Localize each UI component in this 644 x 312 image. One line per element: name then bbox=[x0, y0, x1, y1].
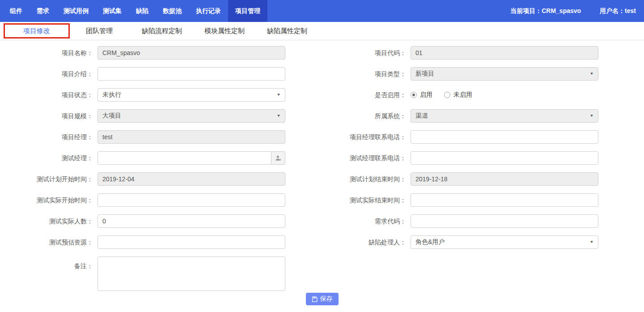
project-status-selected-value: 未执行 bbox=[102, 91, 121, 99]
estimated-resource-input[interactable] bbox=[97, 235, 285, 249]
navbar-right: 当前项目：CRM_spasvo 用户名：test bbox=[510, 0, 644, 22]
system-select: 渠道▼ bbox=[411, 109, 598, 123]
plan-start-date-input bbox=[97, 172, 285, 186]
project-edit-form: 项目名称：项目代码：项目介绍：项目类型：新项目▼项目状态：未执行▼是否启用：启用… bbox=[0, 46, 644, 291]
project-code-cell bbox=[411, 46, 598, 60]
test-manager-input[interactable] bbox=[97, 151, 271, 165]
tm-phone-cell bbox=[411, 151, 598, 165]
caret-down-icon: ▼ bbox=[589, 240, 594, 244]
enabled-cell: 启用未启用 bbox=[411, 88, 598, 102]
system-label: 所属系统： bbox=[285, 109, 411, 123]
project-code-label: 项目代码： bbox=[285, 46, 411, 60]
nav-item-execution-records[interactable]: 执行记录 bbox=[189, 0, 228, 22]
tab-project-edit[interactable]: 项目修改 bbox=[5, 22, 68, 40]
test-manager-select-user-button[interactable] bbox=[271, 151, 285, 165]
remark-label: 备注： bbox=[0, 256, 97, 273]
radio-icon[interactable] bbox=[411, 92, 417, 98]
project-scale-label: 项目规模： bbox=[0, 109, 97, 123]
pm-phone-cell bbox=[411, 130, 598, 144]
plan-end-date-cell bbox=[411, 172, 598, 186]
project-intro-cell bbox=[97, 67, 285, 81]
save-row: 保存 bbox=[0, 293, 644, 305]
test-manager-cell bbox=[97, 151, 285, 165]
username-label: 用户名：test bbox=[600, 7, 636, 15]
test-manager-label: 测试经理： bbox=[0, 151, 97, 165]
project-intro-input[interactable] bbox=[97, 67, 285, 81]
project-status-cell: 未执行▼ bbox=[97, 88, 285, 102]
project-type-label: 项目类型： bbox=[285, 67, 411, 81]
nav-item-components[interactable]: 组件 bbox=[3, 0, 30, 22]
system-selected-value: 渠道 bbox=[415, 112, 428, 120]
test-manager-input-group bbox=[97, 151, 285, 165]
actual-end-date-label: 测试实际结束时间： bbox=[285, 193, 411, 207]
caret-down-icon: ▼ bbox=[589, 114, 594, 118]
actual-headcount-input[interactable] bbox=[97, 214, 285, 228]
project-type-cell: 新项目▼ bbox=[411, 67, 598, 81]
navbar-menu: 组件需求测试用例测试集缺陷数据池执行记录项目管理 bbox=[3, 0, 267, 22]
nav-item-requirements[interactable]: 需求 bbox=[30, 0, 56, 22]
save-icon bbox=[312, 296, 318, 302]
estimated-resource-cell bbox=[97, 235, 285, 249]
project-status-label: 项目状态： bbox=[0, 88, 97, 102]
tab-bar: 项目修改团队管理缺陷流程定制模块属性定制缺陷属性定制 bbox=[0, 22, 644, 40]
project-name-label: 项目名称： bbox=[0, 46, 97, 60]
project-manager-label: 项目经理： bbox=[0, 130, 97, 144]
plan-end-date-label: 测试计划结束时间： bbox=[285, 172, 411, 186]
remark-textarea[interactable] bbox=[97, 256, 285, 291]
actual-end-date-cell bbox=[411, 193, 598, 207]
project-name-input bbox=[97, 46, 285, 60]
project-code-input bbox=[411, 46, 598, 60]
enabled-radio-option-1[interactable]: 未启用 bbox=[444, 91, 472, 99]
navbar-spacer bbox=[267, 0, 510, 22]
radio-icon[interactable] bbox=[444, 92, 450, 98]
project-name-cell bbox=[97, 46, 285, 60]
requirement-code-input[interactable] bbox=[411, 214, 598, 228]
project-type-selected-value: 新项目 bbox=[415, 70, 434, 78]
nav-item-data-pool[interactable]: 数据池 bbox=[156, 0, 189, 22]
defect-handler-selected-value: 角色&用户 bbox=[415, 238, 445, 246]
pm-phone-label: 项目经理联系电话： bbox=[285, 130, 411, 144]
current-project-label: 当前项目：CRM_spasvo bbox=[510, 7, 581, 15]
tm-phone-label: 测试经理联系电话： bbox=[285, 151, 411, 165]
tab-defect-flow-custom[interactable]: 缺陷流程定制 bbox=[131, 22, 193, 40]
enabled-radio-label-1: 未启用 bbox=[453, 91, 472, 99]
caret-down-icon: ▼ bbox=[589, 72, 594, 76]
tm-phone-input[interactable] bbox=[411, 151, 598, 165]
plan-start-date-label: 测试计划开始时间： bbox=[0, 172, 97, 186]
enabled-radio-option-0[interactable]: 启用 bbox=[411, 91, 432, 99]
requirement-code-label: 需求代码： bbox=[285, 214, 411, 228]
save-button[interactable]: 保存 bbox=[306, 293, 339, 305]
actual-headcount-label: 测试实际人数： bbox=[0, 214, 97, 228]
tab-module-attr-custom[interactable]: 模块属性定制 bbox=[193, 22, 256, 40]
caret-down-icon: ▼ bbox=[276, 114, 281, 118]
defect-handler-cell: 角色&用户▼ bbox=[411, 235, 598, 249]
caret-down-icon: ▼ bbox=[276, 93, 281, 97]
tab-defect-attr-custom[interactable]: 缺陷属性定制 bbox=[256, 22, 318, 40]
actual-start-date-label: 测试实际开始时间： bbox=[0, 193, 97, 207]
actual-start-date-cell bbox=[97, 193, 285, 207]
enabled-radio-group: 启用未启用 bbox=[411, 88, 598, 102]
project-manager-cell bbox=[97, 130, 285, 144]
project-scale-selected-value: 大项目 bbox=[102, 112, 121, 120]
project-type-select: 新项目▼ bbox=[411, 67, 598, 81]
actual-headcount-cell bbox=[97, 214, 285, 228]
requirement-code-cell bbox=[411, 214, 598, 228]
defect-handler-select[interactable]: 角色&用户▼ bbox=[411, 235, 598, 249]
top-navbar: 组件需求测试用例测试集缺陷数据池执行记录项目管理 当前项目：CRM_spasvo… bbox=[0, 0, 644, 22]
nav-item-defects[interactable]: 缺陷 bbox=[129, 0, 156, 22]
project-status-select[interactable]: 未执行▼ bbox=[97, 88, 285, 102]
save-button-label: 保存 bbox=[320, 295, 333, 303]
project-scale-select: 大项目▼ bbox=[97, 109, 285, 123]
plan-start-date-cell bbox=[97, 172, 285, 186]
estimated-resource-label: 测试预估资源： bbox=[0, 235, 97, 249]
actual-start-date-input[interactable] bbox=[97, 193, 285, 207]
project-manager-input bbox=[97, 130, 285, 144]
tab-team-management[interactable]: 团队管理 bbox=[68, 22, 131, 40]
defect-handler-label: 缺陷处理人： bbox=[285, 235, 411, 249]
nav-item-test-sets[interactable]: 测试集 bbox=[96, 0, 129, 22]
nav-item-project-management[interactable]: 项目管理 bbox=[228, 0, 267, 22]
actual-end-date-input[interactable] bbox=[411, 193, 598, 207]
nav-item-test-cases[interactable]: 测试用例 bbox=[56, 0, 96, 22]
pm-phone-input[interactable] bbox=[411, 130, 598, 144]
project-scale-cell: 大项目▼ bbox=[97, 109, 285, 123]
